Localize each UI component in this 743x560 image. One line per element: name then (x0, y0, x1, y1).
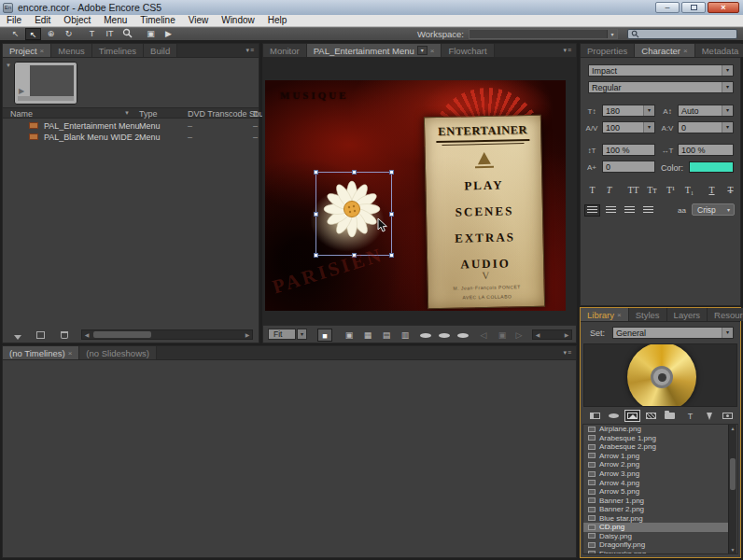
menu-object[interactable]: Object (57, 15, 97, 26)
panel-menu-icon[interactable]: ▾≡ (559, 349, 576, 357)
tab-project[interactable]: Project× (3, 44, 51, 57)
filter-images-icon[interactable] (624, 410, 640, 422)
align-right-button[interactable] (622, 204, 638, 217)
faux-bold-button[interactable]: T (584, 184, 600, 197)
snap-guides-button[interactable]: ▥ (398, 329, 413, 342)
align-center-button[interactable] (603, 204, 619, 217)
close-icon[interactable]: × (68, 349, 73, 357)
tab-menus[interactable]: Menus (51, 44, 92, 57)
selection-handle[interactable] (314, 212, 318, 217)
menu-menu[interactable]: Menu (97, 15, 133, 26)
horizontal-scrollbar[interactable]: ◀ ▶ (81, 329, 253, 340)
move-tool-icon[interactable]: ⊕ (43, 28, 59, 40)
minimize-button[interactable]: – (655, 2, 680, 13)
edit-original-icon[interactable]: ▣ (143, 28, 159, 40)
font-family-dropdown[interactable]: Impact ▾ (588, 64, 734, 77)
close-icon[interactable]: × (617, 311, 622, 319)
zoom-level-dropdown[interactable]: Fit (268, 329, 296, 340)
vertical-scrollbar[interactable]: ▲ ▼ (728, 425, 736, 553)
filter-icon[interactable] (14, 335, 21, 340)
filter-backgrounds-icon[interactable] (643, 410, 659, 422)
tab-no-slideshows[interactable]: (no Slideshows) (79, 346, 157, 359)
menu-window[interactable]: Window (215, 15, 261, 26)
tracking-field[interactable]: 0 ▾ (678, 121, 734, 133)
scrollbar-thumb[interactable] (93, 331, 151, 338)
horizontal-scale-field[interactable]: 100 % (678, 144, 734, 156)
list-item-selected[interactable]: CD.png (583, 523, 728, 532)
table-row[interactable]: PAL_Entertainment Menu Menu – – (3, 120, 259, 132)
maximize-button[interactable] (681, 2, 706, 13)
scrollbar-thumb[interactable] (730, 458, 736, 490)
align-left-button[interactable] (584, 204, 600, 217)
list-item[interactable]: Arabesque 1.png (583, 434, 728, 443)
menu-help[interactable]: Help (261, 15, 294, 26)
baseline-shift-field[interactable]: 0 (602, 161, 655, 173)
scroll-left-icon[interactable]: ◀ (82, 331, 91, 338)
column-type[interactable]: Type (139, 109, 158, 119)
list-item[interactable]: Arrow 1.png (583, 452, 728, 461)
tab-build[interactable]: Build (144, 44, 177, 57)
selection-handle[interactable] (389, 212, 394, 217)
show-safe-area-button[interactable]: ■ (317, 329, 332, 342)
text-tool-icon[interactable]: T (84, 28, 100, 40)
scroll-left-icon[interactable]: ◀ (533, 331, 542, 338)
menu-timeline[interactable]: Timeline (133, 15, 181, 26)
menu-button-scenes[interactable]: SCENES (427, 203, 542, 221)
disclosure-icon[interactable]: ▼ (6, 63, 11, 68)
menu-file[interactable]: File (0, 15, 28, 26)
font-size-field[interactable]: 180 ▾ (602, 105, 655, 117)
anti-alias-dropdown[interactable]: Crisp ▾ (692, 203, 735, 216)
superscript-button[interactable]: T¹ (663, 184, 679, 197)
filter-shapes-icon[interactable] (701, 410, 717, 422)
selection-handle[interactable] (352, 170, 357, 175)
list-item[interactable]: Daisy.png (583, 532, 728, 541)
tab-layers[interactable]: Layers (667, 308, 708, 321)
new-item-icon[interactable] (36, 331, 45, 339)
underline-button[interactable]: T (704, 184, 720, 197)
filter-replacement-icon[interactable] (720, 410, 736, 422)
tab-properties[interactable]: Properties (581, 44, 635, 57)
panel-menu-icon[interactable]: ▾≡ (242, 47, 259, 54)
column-name[interactable]: Name (10, 109, 33, 119)
selection-handle[interactable] (389, 253, 394, 258)
close-icon[interactable]: × (430, 47, 435, 55)
subscript-button[interactable]: T₁ (681, 184, 697, 197)
selection-bounding-box[interactable] (315, 172, 392, 256)
filter-layersets-icon[interactable] (662, 410, 678, 422)
selection-tool-icon[interactable]: ↖ (7, 28, 23, 40)
leading-field[interactable]: Auto ▾ (678, 105, 734, 117)
list-item[interactable]: Airplane.png (583, 425, 728, 434)
scroll-right-icon[interactable]: ▶ (562, 331, 571, 338)
text-color-swatch[interactable] (689, 161, 734, 173)
tab-styles[interactable]: Styles (629, 308, 667, 321)
dvd-menu-canvas[interactable]: MUSIQUE ENTERTAINER PLAY SCENES EXTRAS A… (265, 80, 566, 311)
preview-icon[interactable]: ▶ (161, 28, 176, 40)
list-item[interactable]: Arrow 4.png (583, 478, 728, 487)
tab-character[interactable]: Character× (635, 44, 694, 57)
filter-buttons-icon[interactable] (606, 410, 622, 422)
tab-flowchart[interactable]: Flowchart (442, 44, 494, 57)
list-item[interactable]: Banner 1.png (583, 496, 728, 505)
direct-select-tool-icon[interactable]: ↖ (25, 28, 41, 40)
all-caps-button[interactable]: TT (625, 184, 641, 197)
button-normal-state-icon[interactable] (420, 333, 431, 338)
filter-menus-icon[interactable] (587, 410, 603, 422)
menu-view[interactable]: View (182, 15, 216, 26)
scroll-down-icon[interactable]: ▼ (729, 546, 736, 553)
rotate-tool-icon[interactable]: ↻ (61, 28, 77, 40)
panel-menu-icon[interactable]: ▾≡ (559, 47, 576, 54)
vertical-scale-field[interactable]: 100 % (602, 144, 655, 156)
tab-menu-editor[interactable]: PAL_Entertainment Menu ▾ × (307, 44, 442, 57)
selection-handle[interactable] (314, 170, 318, 175)
kerning-field[interactable]: 100 ▾ (602, 121, 655, 133)
tab-no-timelines[interactable]: (no Timelines)× (3, 346, 79, 359)
list-item[interactable]: Blue star.png (583, 513, 728, 523)
tab-timelines[interactable]: Timelines (92, 44, 144, 57)
next-button[interactable]: ▷ (512, 329, 526, 342)
list-item[interactable]: Arabesque 2.png (583, 442, 728, 452)
show-routing-button[interactable]: ▣ (342, 329, 357, 342)
set-dropdown[interactable]: General ▾ (612, 327, 734, 339)
align-justify-button[interactable] (640, 204, 656, 217)
menu-button-play[interactable]: PLAY (426, 177, 541, 195)
faux-italic-button[interactable]: T (601, 184, 617, 197)
